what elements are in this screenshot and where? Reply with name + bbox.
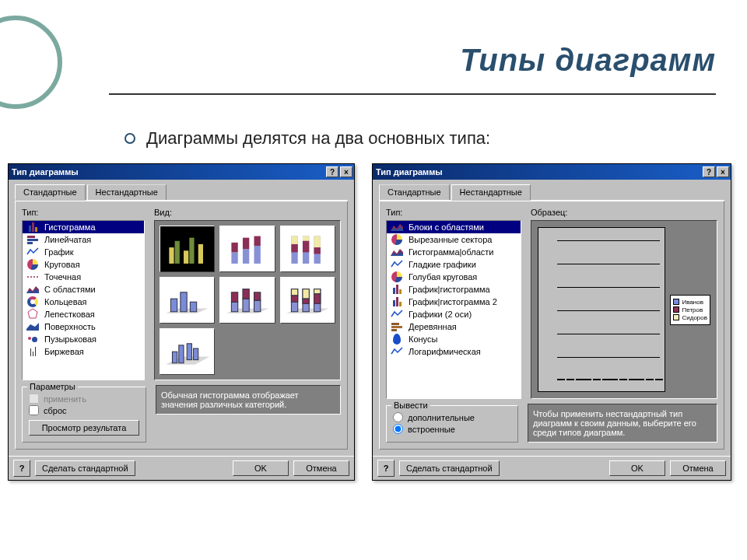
parameters-group: Параметры применить сброс Просмотр резул… — [22, 387, 146, 443]
make-standard-button[interactable]: Сделать стандартной — [399, 460, 500, 476]
help-icon[interactable]: ? — [703, 166, 715, 177]
cancel-button[interactable]: Отмена — [670, 460, 726, 476]
reset-checkbox-label: сброс — [44, 406, 67, 415]
title-underline — [109, 93, 716, 95]
tab-custom[interactable]: Нестандартные — [87, 184, 167, 200]
list-item[interactable]: Вырезанные сектора — [387, 233, 521, 246]
hbar-chart-icon — [26, 234, 40, 245]
list-item[interactable]: График — [23, 246, 144, 258]
line-bar-icon — [390, 284, 404, 295]
custom-type-listbox[interactable]: Блоки с областямиВырезанные сектораГисто… — [386, 220, 521, 399]
list-item-label: Деревянная — [409, 322, 457, 331]
list-item[interactable]: Графики (2 оси) — [387, 308, 521, 320]
bar-group — [637, 379, 663, 380]
list-item[interactable]: Деревянная — [387, 320, 521, 333]
bar — [576, 379, 584, 380]
svg-rect-6 — [184, 250, 189, 264]
list-item[interactable]: Блоки с областями — [387, 221, 521, 233]
close-icon[interactable]: × — [717, 166, 729, 177]
preview-result-button[interactable]: Просмотр результата — [29, 420, 139, 436]
svg-rect-20 — [303, 241, 309, 253]
subtype-3d-column[interactable] — [160, 328, 215, 375]
window-title: Тип диаграммы — [376, 167, 443, 177]
context-help-button[interactable]: ? — [377, 460, 395, 477]
sample-chart-legend: ИвановПетровСидоров — [670, 295, 710, 325]
slide-subtitle: Диаграммы делятся на два основных типа: — [146, 128, 490, 149]
slide-subtitle-row: Диаграммы делятся на два основных типа: — [124, 128, 490, 149]
list-item-label: Гладкие графики — [409, 260, 476, 269]
list-item-label: Поверхность — [44, 322, 96, 331]
ok-button[interactable]: OK — [233, 460, 289, 476]
svg-rect-33 — [254, 300, 260, 312]
list-item[interactable]: Конусы — [387, 333, 521, 345]
dialog-footer: ? Сделать стандартной OK Отмена — [9, 456, 354, 480]
radio-builtin[interactable]: встроенные — [393, 424, 511, 434]
list-item-label: Голубая круговая — [409, 272, 477, 282]
close-icon[interactable]: × — [340, 166, 352, 177]
titlebar[interactable]: Тип диаграммы ? × — [373, 164, 731, 180]
slide-title: Типы диаграмм — [0, 43, 716, 78]
bubble-chart-icon — [26, 334, 40, 345]
bar — [602, 379, 610, 380]
svg-rect-26 — [181, 292, 187, 312]
list-item[interactable]: Линейчатая — [23, 233, 144, 246]
list-item-label: Гистограмма|области — [409, 247, 494, 257]
list-item[interactable]: График|гистограмма 2 — [387, 296, 521, 308]
line-bar2-icon — [390, 296, 404, 307]
list-item[interactable]: Кольцевая — [23, 296, 144, 308]
svg-rect-30 — [231, 292, 237, 302]
subtype-stacked-column[interactable] — [219, 226, 275, 272]
list-item-label: Вырезанные сектора — [409, 235, 492, 244]
help-icon[interactable]: ? — [326, 166, 338, 177]
bar — [619, 379, 627, 380]
list-item-label: Гистограмма — [44, 222, 96, 232]
tab-custom[interactable]: Нестандартные — [451, 184, 531, 201]
chart-type-listbox[interactable]: ГистограммаЛинейчатаяГрафикКруговаяТочеч… — [22, 220, 145, 380]
tab-standard[interactable]: Стандартные — [15, 184, 86, 201]
area-chart-icon — [390, 222, 404, 233]
svg-rect-13 — [254, 246, 260, 264]
list-item[interactable]: Гистограмма|области — [387, 246, 521, 258]
reset-checkbox[interactable]: сброс — [29, 405, 139, 415]
tab-standard[interactable]: Стандартные — [379, 184, 450, 200]
make-standard-button[interactable]: Сделать стандартной — [35, 460, 135, 476]
svg-rect-14 — [254, 236, 260, 245]
surface-chart-icon — [26, 321, 40, 332]
svg-rect-37 — [292, 289, 298, 295]
list-item[interactable]: Поверхность — [23, 320, 144, 333]
cancel-button[interactable]: Отмена — [293, 460, 349, 476]
list-item[interactable]: Круговая — [23, 258, 144, 271]
context-help-button[interactable]: ? — [13, 460, 30, 477]
titlebar[interactable]: Тип диаграммы ? × — [9, 164, 354, 180]
list-item-label: Линейчатая — [44, 235, 91, 244]
svg-rect-48 — [188, 344, 192, 360]
apply-checkbox: применить — [29, 394, 139, 404]
list-item[interactable]: С областями — [23, 283, 144, 296]
subtype-clustered-column[interactable] — [160, 226, 215, 272]
list-item-label: Конусы — [409, 334, 437, 344]
svg-marker-3 — [26, 323, 39, 331]
radio-user-defined[interactable]: дополнительные — [393, 412, 511, 422]
subtype-3d-100pct-stacked-column[interactable] — [280, 277, 335, 324]
subtype-3d-stacked-column[interactable] — [219, 277, 275, 324]
list-item[interactable]: Лепестковая — [23, 308, 144, 320]
tab-strip: Стандартные Нестандартные — [379, 184, 724, 201]
subtype-100pct-stacked-column[interactable] — [280, 226, 335, 272]
list-item[interactable]: Пузырьковая — [23, 333, 144, 345]
list-item-label: Блоки с областями — [409, 222, 484, 232]
bar — [557, 379, 565, 380]
list-item[interactable]: Гистограмма — [23, 221, 144, 233]
subtype-3d-clustered-column[interactable] — [160, 277, 215, 324]
wood-icon — [390, 321, 404, 332]
list-item[interactable]: График|гистограмма — [387, 283, 521, 296]
list-item[interactable]: Логарифмическая — [387, 345, 521, 358]
svg-rect-40 — [303, 289, 309, 298]
output-group: Вывести дополнительные встроенные — [386, 405, 518, 443]
list-item[interactable]: Биржевая — [23, 345, 144, 358]
ok-button[interactable]: OK — [609, 460, 665, 476]
sample-preview: ИвановПетровСидоров — [531, 220, 717, 399]
radio-builtin-label: встроенные — [408, 425, 455, 434]
list-item[interactable]: Гладкие графики — [387, 258, 521, 271]
list-item[interactable]: Голубая круговая — [387, 271, 521, 283]
list-item[interactable]: Точечная — [23, 271, 144, 283]
